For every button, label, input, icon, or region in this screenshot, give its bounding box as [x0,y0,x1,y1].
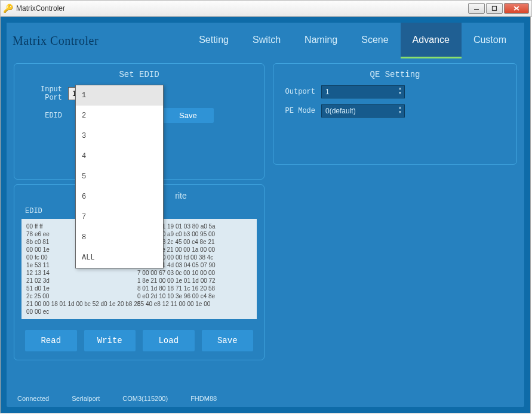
right-column: QE Setting Outport 1 ▲▼ PE Mode 0(defaul… [273,63,517,360]
spinner-icon: ▲▼ [398,106,402,114]
label-pemode: PE Mode [281,107,315,115]
tab-switch[interactable]: Switch [241,23,293,58]
spinner-icon: ▲▼ [398,86,402,95]
row-outport: Outport 1 ▲▼ [281,85,509,98]
dropdown-item-1[interactable]: 1 [76,85,163,106]
dropdown-item-8[interactable]: 8 [76,227,163,248]
save-button[interactable]: Save [202,330,254,351]
app-header: Matrix Controler Setting Switch Naming S… [7,23,524,58]
tab-naming[interactable]: Naming [293,23,349,58]
panel-qe-setting: QE Setting Outport 1 ▲▼ PE Mode 0(defaul… [273,63,517,165]
select-outport[interactable]: 1 ▲▼ [321,85,405,98]
dropdown-item-all[interactable]: ALL [76,248,163,268]
tab-setting[interactable]: Setting [187,23,241,58]
tab-advance[interactable]: Advance [401,23,462,58]
dropdown-item-6[interactable]: 6 [76,187,163,207]
edid-rw-title-text: rite [175,191,186,200]
dropdown-item-4[interactable]: 4 [76,146,163,166]
status-bar: Connected Serialport COM3(115200) FHDM88 [7,390,524,407]
set-edid-save-button[interactable]: Save [162,108,214,123]
select-pemode[interactable]: 0(default) ▲▼ [321,104,405,118]
tab-custom[interactable]: Custom [462,23,518,58]
dropdown-item-7[interactable]: 7 [76,207,163,227]
row-pemode: PE Mode 0(default) ▲▼ [281,104,509,118]
select-pemode-value: 0(default) [325,107,356,115]
qe-title: QE Setting [281,70,509,79]
main-tabs: Setting Switch Naming Scene Advance Cust… [187,23,518,58]
edid-button-row: Read Write Load Save [21,330,257,351]
label-input-port: Input Port [21,85,62,102]
dropdown-item-5[interactable]: 5 [76,166,163,187]
select-outport-value: 1 [325,88,330,96]
status-com: COM3(115200) [122,395,168,402]
read-button[interactable]: Read [25,330,77,351]
write-button[interactable]: Write [84,330,136,351]
window-close-button[interactable] [504,3,529,14]
label-outport: Outport [281,88,315,96]
status-connected: Connected [17,395,49,402]
load-button[interactable]: Load [143,330,195,351]
tab-scene[interactable]: Scene [349,23,400,58]
dropdown-item-3[interactable]: 3 [76,126,163,146]
app-key-icon: 🔑 [3,4,13,13]
left-column: Set EDID Input Port 1 ▲▼ EDID Save [14,63,265,360]
dropdown-item-2[interactable]: 2 [76,106,163,126]
status-serialport: Serialport [72,395,100,402]
app-inner: Matrix Controler Setting Switch Naming S… [7,23,524,407]
panel-set-edid: Set EDID Input Port 1 ▲▼ EDID Save [14,63,265,180]
app-title: Matrix Controler [13,34,99,48]
label-edid: EDID [21,112,62,120]
window-maximize-button[interactable] [486,3,503,14]
window-title: MatrixControler [16,4,65,13]
input-port-dropdown[interactable]: 1 2 3 4 5 6 7 8 ALL [75,85,164,268]
content-area: Set EDID Input Port 1 ▲▼ EDID Save [7,58,524,365]
window-minimize-button[interactable] [468,3,485,14]
app-body: Matrix Controler Setting Switch Naming S… [0,17,531,413]
window-titlebar: 🔑 MatrixControler [0,0,532,17]
window-buttons [467,3,529,14]
set-edid-title: Set EDID [21,70,257,79]
svg-rect-1 [493,7,497,11]
hex-left-col: 00 ff ff 78 e6 ee 8b c0 81 00 00 1e 00 f… [26,223,60,316]
status-device: FHDM88 [190,395,217,402]
